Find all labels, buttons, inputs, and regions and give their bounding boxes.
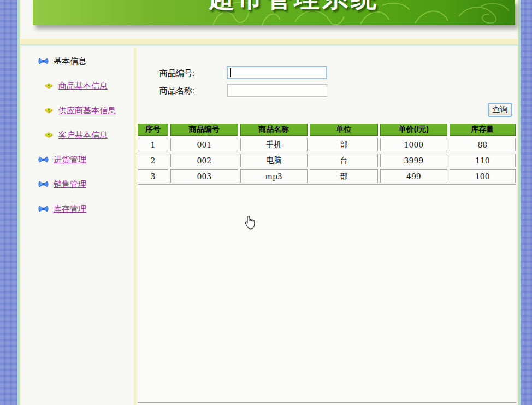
products-table: 序号商品编号商品名称单位单价(/元)库存量 1001手机部1000882002电… bbox=[135, 121, 518, 185]
sidebar-item-supplier-basic-info[interactable]: 供应商基本信息 bbox=[44, 105, 134, 115]
table-row: 1001手机部100088 bbox=[138, 138, 516, 151]
table-cell: 1000 bbox=[380, 138, 447, 151]
note-icon bbox=[44, 107, 54, 114]
column-header: 序号 bbox=[138, 124, 168, 136]
table-cell: 3999 bbox=[380, 154, 447, 167]
table-cell: 003 bbox=[170, 169, 238, 183]
sidebar-item-label[interactable]: 销售管理 bbox=[54, 179, 86, 190]
column-header: 单位 bbox=[310, 124, 378, 136]
hand-cursor bbox=[244, 215, 257, 230]
table-cell: 1 bbox=[138, 138, 168, 151]
table-cell: 电脑 bbox=[240, 154, 308, 167]
bow-icon bbox=[38, 156, 49, 163]
table-row: 3003mp3部499100 bbox=[138, 169, 516, 183]
sidebar-item-label: 基本信息 bbox=[54, 56, 86, 67]
sidebar-item-basic-info[interactable]: 基本信息 bbox=[38, 56, 134, 66]
bow-icon bbox=[38, 180, 49, 188]
product-code-label: 商品编号: bbox=[159, 68, 194, 79]
sidebar-item-label[interactable]: 商品基本信息 bbox=[58, 81, 108, 91]
text-caret bbox=[230, 68, 231, 77]
bow-icon bbox=[38, 57, 49, 65]
table-cell: 2 bbox=[138, 154, 168, 167]
table-cell: 部 bbox=[310, 169, 378, 183]
table-cell: 88 bbox=[450, 138, 516, 151]
column-header: 商品名称 bbox=[240, 124, 308, 136]
table-cell: 台 bbox=[310, 154, 378, 167]
header-divider-band bbox=[20, 39, 518, 46]
table-cell: 部 bbox=[310, 138, 378, 151]
sidebar-item-customer-basic-info[interactable]: 客户基本信息 bbox=[44, 130, 134, 140]
sidebar-item-label[interactable]: 库存管理 bbox=[54, 204, 86, 214]
sidebar-item-sales-management[interactable]: 销售管理 bbox=[38, 179, 134, 189]
sidebar: 基本信息商品基本信息供应商基本信息客户基本信息进货管理销售管理库存管理 bbox=[20, 48, 134, 405]
table-cell: 110 bbox=[450, 154, 516, 167]
right-border-pattern bbox=[521, 0, 532, 405]
column-header: 商品编号 bbox=[170, 124, 238, 136]
left-border-pattern bbox=[0, 0, 17, 405]
product-name-input[interactable] bbox=[227, 84, 327, 97]
sidebar-item-label[interactable]: 客户基本信息 bbox=[58, 130, 108, 140]
main-panel: 商品编号: 商品名称: 查询 序号商品编号商品名称单位单价(/元)库存量 100… bbox=[136, 48, 518, 405]
banner-title: 超市管理系统 bbox=[209, 0, 379, 15]
table-cell: 100 bbox=[450, 169, 516, 183]
table-cell: 002 bbox=[170, 154, 238, 167]
table-cell: mp3 bbox=[240, 169, 308, 183]
table-empty-area bbox=[138, 184, 516, 403]
table-row: 2002电脑台3999110 bbox=[138, 154, 516, 167]
table-cell: 001 bbox=[170, 138, 238, 151]
note-icon bbox=[44, 132, 54, 138]
sidebar-item-purchase-management[interactable]: 进货管理 bbox=[38, 155, 134, 165]
sidebar-item-label[interactable]: 供应商基本信息 bbox=[58, 105, 116, 116]
table-cell: 499 bbox=[380, 169, 447, 183]
sidebar-item-product-basic-info[interactable]: 商品基本信息 bbox=[44, 81, 134, 91]
column-header: 单价(/元) bbox=[380, 124, 447, 136]
table-cell: 手机 bbox=[240, 138, 308, 151]
column-header: 库存量 bbox=[450, 124, 516, 136]
note-icon bbox=[44, 83, 54, 89]
page: 超市管理系统 基本信息商品基本信息供应商基本信息客户基本信息进货管理销售管理库存… bbox=[0, 0, 532, 405]
product-code-input[interactable] bbox=[227, 66, 327, 79]
table-cell: 3 bbox=[138, 169, 168, 183]
banner: 超市管理系统 bbox=[33, 0, 515, 25]
sidebar-item-inventory-management[interactable]: 库存管理 bbox=[38, 204, 134, 214]
table-header-row: 序号商品编号商品名称单位单价(/元)库存量 bbox=[138, 124, 516, 136]
product-name-label: 商品名称: bbox=[159, 86, 194, 96]
sidebar-item-label[interactable]: 进货管理 bbox=[54, 155, 86, 165]
bow-icon bbox=[38, 205, 49, 213]
query-button[interactable]: 查询 bbox=[488, 103, 512, 117]
